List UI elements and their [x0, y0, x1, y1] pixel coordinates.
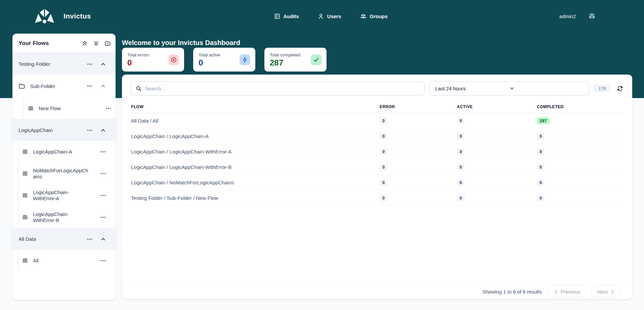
flow-icon [22, 149, 28, 154]
time-range-select[interactable]: Last 24 hours [429, 81, 589, 95]
collapse-all-button[interactable] [82, 40, 88, 46]
flow-menu-button[interactable] [100, 258, 106, 264]
next-label: Next [597, 289, 608, 295]
stat-card-total-completed: Total completed 287 [264, 48, 327, 72]
table-row[interactable]: LogicAppChain / LogicAppChain-A 0 0 0 [131, 129, 623, 144]
folder-menu-button[interactable] [87, 83, 93, 89]
new-folder-button[interactable] [104, 40, 111, 46]
sidebar-flow-all[interactable]: All [18, 250, 116, 271]
flow-name: LogicAppChain / LogicAppChain-WithError-… [131, 164, 380, 170]
chevron-up-icon [100, 61, 106, 67]
nav-audits[interactable]: Audits [274, 13, 299, 19]
top-bar: Invictus Audits Users [0, 0, 644, 32]
completed-badge: 0 [537, 148, 545, 155]
section-menu-button[interactable] [87, 127, 93, 133]
sliders-icon [589, 13, 595, 19]
all-data-flow-list: All [18, 250, 116, 271]
chevron-right-icon [610, 289, 615, 294]
flow-icon [22, 171, 28, 176]
ellipsis-icon [87, 127, 93, 133]
flow-icon [28, 105, 34, 111]
error-badge: 0 [380, 117, 387, 124]
pagination-summary: Showing 1 to 6 of 6 results [482, 289, 542, 295]
stat-card-total-errors: Total errors 0 [122, 48, 184, 72]
expand-all-button[interactable] [93, 40, 99, 46]
folder-collapse-button[interactable] [100, 83, 106, 89]
table-row[interactable]: LogicAppChain / NoMatchForLogicAppChains… [131, 175, 623, 190]
nav-users[interactable]: Users [318, 13, 341, 19]
sidebar-flow-logicappchain-witherror-a[interactable]: LogicAppChain-WithError-A [18, 184, 116, 206]
completed-badge: 0 [537, 179, 545, 186]
sidebar-folder-sub-folder[interactable]: Sub-Folder [12, 75, 116, 97]
audits-icon [274, 13, 280, 19]
ellipsis-icon [87, 61, 93, 67]
refresh-button[interactable] [617, 85, 623, 92]
section-menu-button[interactable] [87, 61, 93, 67]
flow-name: All Data / All [131, 118, 380, 124]
chevron-up-icon [100, 83, 106, 89]
sidebar-section-logicappchain[interactable]: LogicAppChain [12, 119, 116, 141]
previous-label: Previous [561, 289, 580, 295]
ellipsis-icon [100, 149, 106, 155]
table-row[interactable]: LogicAppChain / LogicAppChain-WithError-… [131, 144, 623, 160]
nav-groups-label: Groups [370, 13, 388, 19]
search-input[interactable] [145, 86, 420, 91]
ellipsis-icon [105, 105, 112, 112]
completed-badge: 287 [537, 117, 550, 124]
search-box [131, 81, 425, 95]
section-menu-button[interactable] [87, 236, 93, 242]
flow-label: NoMatchForLogicAppChains [33, 168, 91, 179]
flow-menu-button[interactable] [100, 149, 106, 155]
result-count-badge: 179 [594, 85, 610, 92]
nav-users-label: Users [327, 13, 341, 19]
circle-x-icon [168, 54, 179, 65]
error-badge: 0 [380, 133, 387, 140]
sidebar-flow-new-flow[interactable]: New Flow [24, 97, 116, 119]
section-collapse-button[interactable] [100, 236, 106, 242]
flow-name: LogicAppChain / LogicAppChain-WithError-… [131, 149, 380, 154]
nav-groups[interactable]: Groups [360, 13, 388, 19]
flow-label: New Flow [39, 105, 96, 112]
chevron-left-icon [553, 289, 558, 294]
brand: Invictus [34, 8, 91, 24]
flow-label: LogicAppChain-WithError-B [33, 211, 91, 223]
sidebar-section-all-data[interactable]: All Data [12, 228, 116, 250]
flows-panel: Last 24 hours 179 FLOW ERROR ACT [122, 75, 632, 299]
ellipsis-icon [100, 258, 106, 264]
column-header-active: ACTIVE [457, 104, 537, 109]
section-collapse-button[interactable] [100, 61, 106, 67]
active-badge: 0 [457, 133, 465, 140]
ellipsis-icon [100, 214, 106, 220]
sidebar-flow-logicappchain-a[interactable]: LogicAppChain-A [18, 141, 116, 163]
panel-toolbar: Last 24 hours 179 [122, 75, 632, 95]
flows-sidebar: Your Flows [12, 34, 116, 300]
flow-menu-button[interactable] [100, 171, 106, 177]
folder-icon [18, 83, 25, 89]
page-title: Welcome to your Invictus Dashboard [122, 35, 632, 46]
table-row[interactable]: All Data / All 0 0 287 [131, 113, 623, 129]
sidebar-section-testing-folder[interactable]: Testing Folder [12, 53, 116, 75]
next-page-button[interactable]: Next [592, 285, 621, 298]
flow-icon [22, 214, 28, 220]
flow-menu-button[interactable] [100, 214, 106, 220]
section-label: Testing Folder [18, 61, 87, 67]
settings-sliders-button[interactable] [589, 13, 595, 19]
flow-menu-button[interactable] [105, 105, 112, 112]
main-content: Welcome to your Invictus Dashboard Total… [122, 35, 632, 72]
table-row[interactable]: Testing Folder / Sub-Folder / New Flow 0… [131, 190, 623, 206]
logicappchain-flow-list: LogicAppChain-A NoMatchForLogicAppChains [18, 141, 116, 228]
table-row[interactable]: LogicAppChain / LogicAppChain-WithError-… [131, 160, 623, 175]
sidebar-flow-nomatchforlogicappchains[interactable]: NoMatchForLogicAppChains [18, 163, 116, 184]
column-header-flow: FLOW [131, 104, 380, 109]
chevron-down-icon [509, 86, 584, 91]
flow-label: All [33, 258, 91, 264]
stat-card-total-active: Total active 0 [193, 48, 255, 72]
flow-menu-button[interactable] [100, 192, 106, 198]
user-menu[interactable]: admin2 [559, 13, 576, 19]
ellipsis-icon [87, 236, 93, 242]
active-badge: 0 [457, 194, 465, 202]
sidebar-flow-logicappchain-witherror-b[interactable]: LogicAppChain-WithError-B [18, 206, 116, 228]
active-badge: 0 [457, 148, 465, 155]
section-collapse-button[interactable] [100, 127, 106, 133]
previous-page-button[interactable]: Previous [548, 285, 586, 298]
